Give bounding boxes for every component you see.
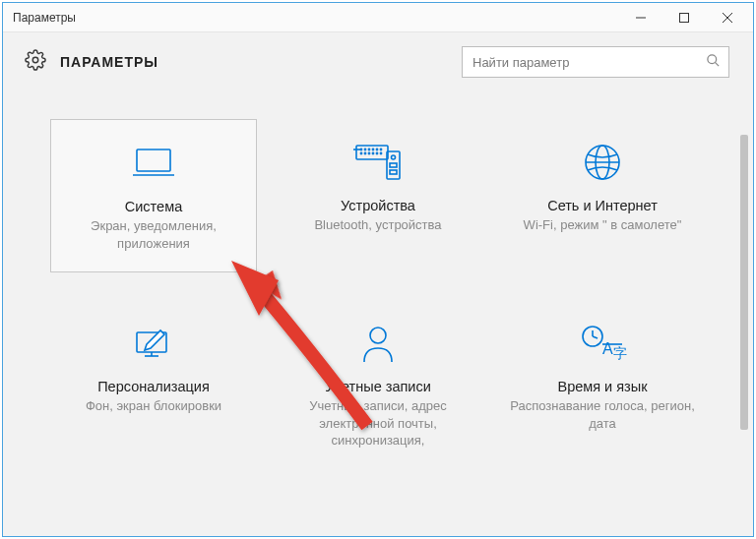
minimize-button[interactable] — [619, 4, 662, 31]
settings-window: Параметры ПАРАМЕТРЫ — [2, 2, 754, 537]
search-box[interactable] — [462, 46, 729, 78]
scrollbar-thumb[interactable] — [740, 135, 748, 430]
svg-point-15 — [372, 149, 373, 150]
search-input[interactable] — [472, 55, 706, 70]
svg-line-6 — [715, 62, 719, 66]
tile-desc: Wi-Fi, режим " в самолете" — [503, 216, 702, 234]
svg-point-13 — [364, 149, 365, 150]
settings-grid: Система Экран, уведомления, приложения — [3, 91, 753, 469]
svg-rect-26 — [390, 163, 397, 167]
svg-point-25 — [392, 155, 396, 159]
close-button[interactable] — [706, 4, 749, 31]
content: Система Экран, уведомления, приложения — [3, 91, 753, 536]
system-icon — [55, 138, 252, 189]
close-icon — [723, 13, 732, 23]
gear-icon — [25, 49, 46, 75]
tile-accounts[interactable]: Учетные записи Учетные записи, адрес эле… — [275, 300, 481, 469]
svg-point-12 — [360, 149, 361, 150]
window-controls — [619, 4, 749, 31]
svg-rect-27 — [390, 170, 397, 174]
tile-personalization[interactable]: Персонализация Фон, экран блокировки — [50, 300, 257, 469]
svg-point-17 — [380, 149, 381, 150]
svg-text:A: A — [602, 340, 613, 357]
minimize-icon — [636, 13, 646, 23]
maximize-button[interactable] — [662, 4, 706, 31]
tile-title: Учетные записи — [279, 379, 477, 394]
vertical-scrollbar[interactable] — [737, 95, 751, 532]
network-icon — [503, 137, 702, 188]
svg-point-16 — [376, 149, 377, 150]
tile-desc: Учетные записи, адрес электронной почты,… — [279, 397, 477, 449]
personalization-icon — [54, 318, 253, 369]
tile-desc: Экран, уведомления, приложения — [55, 217, 252, 252]
svg-point-18 — [360, 152, 361, 153]
svg-text:字: 字 — [613, 345, 627, 361]
svg-line-37 — [593, 336, 598, 338]
tile-desc: Фон, экран блокировки — [54, 397, 253, 415]
svg-point-19 — [364, 152, 365, 153]
svg-point-20 — [368, 152, 369, 153]
tile-title: Сеть и Интернет — [503, 198, 702, 213]
window-title: Параметры — [13, 11, 619, 25]
tile-title: Устройства — [279, 198, 477, 213]
tile-title: Персонализация — [54, 379, 253, 394]
svg-rect-7 — [137, 150, 170, 171]
titlebar: Параметры — [3, 3, 753, 32]
devices-icon — [279, 137, 477, 188]
svg-point-14 — [368, 149, 369, 150]
svg-point-4 — [32, 57, 38, 63]
page-title: ПАРАМЕТРЫ — [60, 54, 448, 70]
svg-rect-1 — [680, 13, 689, 22]
time-language-icon: A 字 — [503, 318, 702, 369]
maximize-icon — [679, 13, 689, 23]
tile-title: Время и язык — [503, 379, 702, 394]
search-icon — [706, 53, 721, 72]
header: ПАРАМЕТРЫ — [3, 32, 753, 91]
tile-desc: Bluetooth, устройства — [279, 216, 477, 234]
svg-point-22 — [376, 152, 377, 153]
tile-time-language[interactable]: A 字 Время и язык Распознавание голоса, р… — [499, 300, 706, 469]
svg-point-21 — [372, 152, 373, 153]
tile-network[interactable]: Сеть и Интернет Wi-Fi, режим " в самолет… — [499, 119, 706, 272]
svg-point-34 — [370, 328, 386, 343]
svg-point-5 — [708, 54, 717, 63]
tile-title: Система — [55, 199, 252, 214]
tile-system[interactable]: Система Экран, уведомления, приложения — [50, 119, 257, 272]
tile-desc: Распознавание голоса, регион, дата — [503, 397, 702, 432]
tile-devices[interactable]: Устройства Bluetooth, устройства — [275, 119, 481, 272]
svg-point-23 — [380, 152, 381, 153]
accounts-icon — [279, 318, 477, 369]
